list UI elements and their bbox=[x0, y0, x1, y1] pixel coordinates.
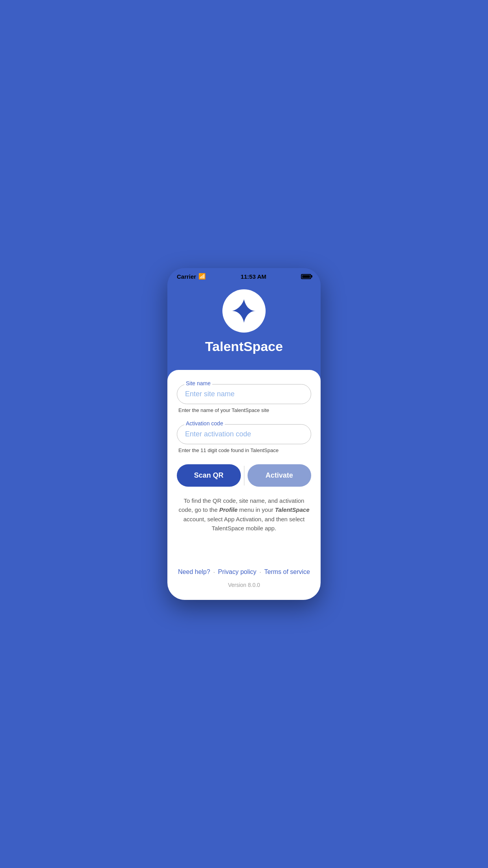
version-text: Version 8.0.0 bbox=[177, 582, 311, 588]
footer-links: Need help? · Privacy policy · Terms of s… bbox=[177, 568, 311, 576]
content-card: Site name Enter the name of your TalentS… bbox=[167, 370, 321, 600]
status-left: Carrier 📶 bbox=[177, 273, 206, 280]
need-help-link[interactable]: Need help? bbox=[178, 568, 210, 576]
site-name-field-wrapper: Site name bbox=[177, 384, 311, 404]
status-time: 11:53 AM bbox=[240, 273, 266, 280]
wifi-icon: 📶 bbox=[198, 273, 206, 280]
activate-button[interactable]: Activate bbox=[248, 464, 312, 487]
activation-code-hint: Enter the 11 digit code found in TalentS… bbox=[178, 447, 311, 453]
footer-dot-1: · bbox=[213, 569, 215, 575]
privacy-policy-link[interactable]: Privacy policy bbox=[218, 568, 257, 576]
status-right bbox=[301, 274, 311, 279]
buttons-row: Scan QR Activate bbox=[177, 464, 311, 487]
status-bar: Carrier 📶 11:53 AM bbox=[167, 268, 321, 281]
activation-code-group: Activation code Enter the 11 digit code … bbox=[177, 424, 311, 461]
app-header: TalentSpace bbox=[167, 281, 321, 370]
activation-code-label: Activation code bbox=[184, 420, 225, 427]
help-text-profile: Profile bbox=[219, 506, 238, 513]
app-logo bbox=[222, 289, 266, 333]
activation-code-field-wrapper: Activation code bbox=[177, 424, 311, 444]
help-text-talentspace: TalentSpace bbox=[275, 506, 310, 513]
site-name-input[interactable] bbox=[185, 390, 303, 398]
carrier-label: Carrier bbox=[177, 273, 196, 280]
terms-of-service-link[interactable]: Terms of service bbox=[264, 568, 310, 576]
footer-dot-2: · bbox=[260, 569, 261, 575]
site-name-group: Site name Enter the name of your TalentS… bbox=[177, 384, 311, 421]
app-title: TalentSpace bbox=[205, 339, 283, 354]
site-name-hint: Enter the name of your TalentSpace site bbox=[178, 407, 311, 413]
button-divider bbox=[244, 466, 244, 485]
logo-icon bbox=[230, 297, 258, 325]
activation-code-input[interactable] bbox=[185, 430, 303, 438]
help-text: To find the QR code, site name, and acti… bbox=[177, 496, 311, 533]
help-text-suffix: account, select App Activation, and then… bbox=[183, 516, 305, 531]
phone-frame: Carrier 📶 11:53 AM TalentSpace Site name bbox=[167, 268, 321, 600]
help-text-middle: menu in your bbox=[238, 506, 275, 513]
scan-qr-button[interactable]: Scan QR bbox=[177, 464, 241, 487]
spacer bbox=[177, 545, 311, 568]
site-name-label: Site name bbox=[184, 380, 212, 386]
battery-icon bbox=[301, 274, 311, 279]
